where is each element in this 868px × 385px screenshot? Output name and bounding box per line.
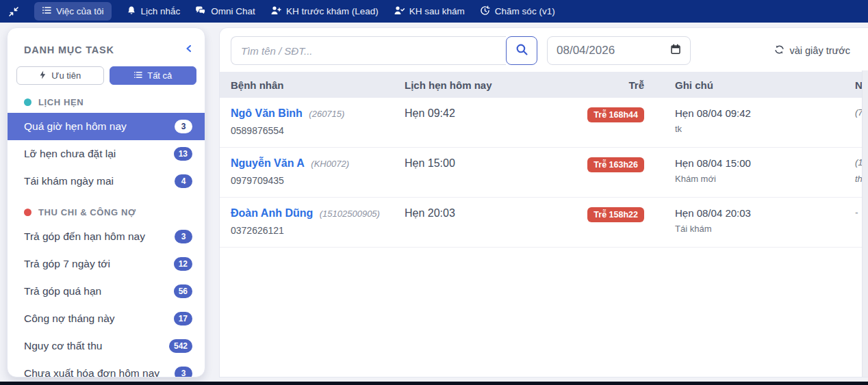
note-subtext: tk [675,124,846,134]
sidebar-item-tai-kham-ngay-mai[interactable]: Tái khám ngày mai 4 [8,168,205,195]
item-label: Nguy cơ thất thu [24,340,102,352]
task-main-panel: 08/04/2026 vài giây trư [219,27,868,377]
tab-kh-truoc-kham[interactable]: KH trước khám (Lead) [270,5,379,17]
patient-code: (15102500905) [320,209,380,219]
chat-icon [195,5,206,17]
section-lich-hen: LỊCH HẸN [8,85,205,113]
sidebar-item-chua-xuat-hoa-don[interactable]: Chưa xuất hóa đơn hôm nay 3 [8,360,205,377]
table-row[interactable]: Đoàn Anh Dũng (15102500905) 0372626121 H… [220,198,868,248]
column-header-patient: Bệnh nhân [220,79,405,91]
tab-label: Omni Chat [211,6,255,16]
sidebar-item-tra-gop-qua-han[interactable]: Trả góp quá hạn 56 [8,278,205,305]
user-check-icon [394,5,405,17]
appointment-time: Hẹn 20:03 [405,207,455,219]
patient-phone: 0979709435 [231,175,405,186]
filter-label: Ưu tiên [51,70,81,81]
search-input[interactable] [231,36,506,65]
note-text: Hẹn 08/04 09:42 [675,107,846,119]
calendar-icon[interactable] [670,44,681,58]
all-filter-button[interactable]: Tất cả [110,66,197,85]
bolt-icon [39,70,47,81]
item-label: Công nợ tháng này [24,313,115,325]
table-row[interactable]: Nguyễn Văn A (KH0072) 0979709435 Hẹn 15:… [220,148,868,198]
count-badge: 3 [175,367,192,377]
patient-name-link[interactable]: Ngô Văn Bình [231,107,303,119]
count-badge: 13 [174,147,192,161]
count-badge: 4 [175,174,192,188]
late-badge: Trễ 163h26 [587,157,644,172]
item-label: Quá giờ hẹn hôm nay [24,120,127,133]
sidebar-item-tra-gop-den-han[interactable]: Trả góp đến hạn hôm nay 3 [8,223,205,250]
search-icon [515,43,528,58]
table-scrollbar[interactable] [862,70,868,377]
date-input[interactable]: 08/04/2026 [547,36,691,65]
patient-phone: 0372626121 [231,225,405,236]
task-sidebar: DANH MỤC TASK Ưu tiên Tất cả [7,27,205,377]
tab-label: Việc của tôi [56,6,104,16]
note-text: Hẹn 08/04 15:00 [675,157,846,169]
history-icon [480,5,490,18]
date-value: 08/04/2026 [557,44,615,57]
note-subtext: Tái khám [675,224,846,234]
late-badge: Trễ 168h44 [587,107,644,122]
count-badge: 3 [175,120,192,133]
tab-viec-cua-toi[interactable]: Việc của tôi [34,2,112,21]
tab-label: KH trước khám (Lead) [286,6,379,16]
appointment-time: Hẹn 09:42 [405,107,455,119]
red-dot-icon [24,209,31,216]
section-thu-chi: THU CHI & CÔNG NỢ [8,195,205,223]
teal-dot-icon [24,98,31,106]
tab-kh-sau-kham[interactable]: KH sau khám [394,5,465,17]
toolbar: 08/04/2026 vài giây trư [220,28,868,72]
column-header-note: Ghi chú [644,79,846,91]
refresh-icon [774,44,784,57]
appointment-time: Hẹn 15:00 [405,157,455,169]
item-label: Tái khám ngày mai [24,175,114,187]
chevron-left-icon[interactable] [184,44,194,56]
tab-omni-chat[interactable]: Omni Chat [195,5,255,17]
count-badge: 12 [174,257,192,271]
count-badge: 17 [174,312,192,326]
item-label: Lỡ hẹn chưa đặt lại [24,148,116,160]
bell-icon [127,5,136,17]
priority-filter-button[interactable]: Ưu tiên [16,66,104,85]
tab-label: Lịch nhắc [141,6,181,16]
column-header-appointment: Lịch hẹn hôm nay [405,79,576,91]
tab-cham-soc[interactable]: Chăm sóc (v1) [480,5,555,18]
tab-label: KH sau khám [409,6,465,16]
patient-phone: 0589876554 [231,125,405,136]
list-icon [42,5,51,17]
sidebar-item-qua-gio-hen[interactable]: Quá giờ hẹn hôm nay 3 [8,113,205,140]
sidebar-title: DANH MỤC TASK [24,44,114,55]
count-badge: 56 [174,284,192,298]
patient-name-link[interactable]: Đoàn Anh Dũng [231,207,313,219]
item-label: Chưa xuất hóa đơn hôm nay [24,367,159,377]
sidebar-item-cong-no-thang[interactable]: Công nợ tháng này 17 [8,305,205,332]
patient-name-link[interactable]: Nguyễn Văn A [231,157,305,169]
note-subtext: Khám mới [675,174,846,184]
collapse-arrows-icon[interactable] [8,6,19,17]
sidebar-item-nguy-co-that-thu[interactable]: Nguy cơ thất thu 542 [8,332,205,360]
bottom-edge-bar [0,382,868,385]
sidebar-item-lo-hen[interactable]: Lỡ hẹn chưa đặt lại 13 [8,140,205,168]
count-badge: 3 [175,230,192,243]
column-header-late: Trễ [576,79,644,91]
table-header: Bệnh nhân Lịch hẹn hôm nay Trễ Ghi chú N [220,72,868,98]
refresh-button[interactable]: vài giây trước [774,44,850,57]
table-row[interactable]: Ngô Văn Bình (260715) 0589876554 Hẹn 09:… [220,98,868,148]
tab-lich-nhac[interactable]: Lịch nhắc [127,5,181,17]
item-label: Trả góp 7 ngày tới [24,258,110,270]
search-button[interactable] [506,36,537,65]
item-label: Trả góp quá hạn [24,285,101,297]
patient-code: (KH0072) [311,159,349,169]
tab-label: Chăm sóc (v1) [495,6,555,16]
list-icon [133,70,142,81]
late-badge: Trễ 158h22 [587,207,644,222]
item-label: Trả góp đến hạn hôm nay [24,230,145,243]
filter-label: Tất cả [147,70,172,81]
sidebar-item-tra-gop-7-ngay[interactable]: Trả góp 7 ngày tới 12 [8,250,205,278]
top-navbar: Việc của tôi Lịch nhắc Omni Chat KH trướ… [0,0,868,23]
user-plus-icon [270,5,281,17]
note-text: Hẹn 08/04 20:03 [675,207,846,219]
refresh-label: vài giây trước [789,45,850,56]
